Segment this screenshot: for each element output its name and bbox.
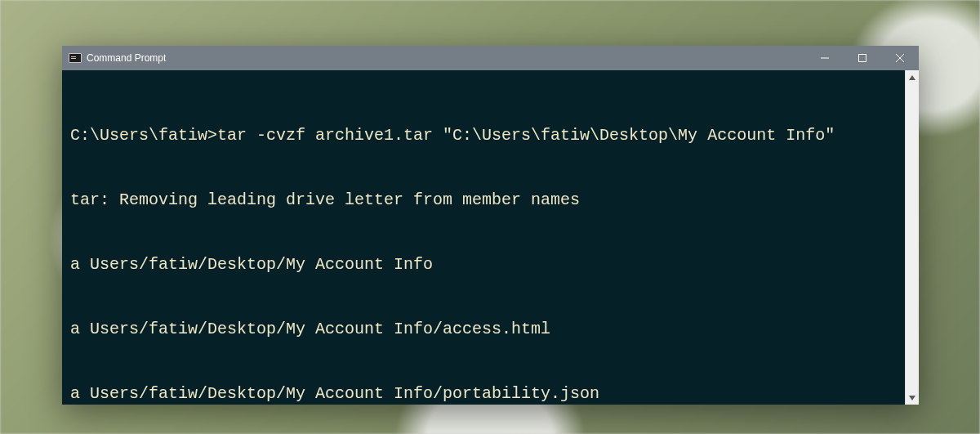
scroll-down-button[interactable] — [906, 391, 919, 405]
terminal-output[interactable]: C:\Users\fatiw>tar -cvzf archive1.tar "C… — [62, 70, 905, 405]
svg-rect-0 — [859, 55, 866, 62]
window-client-area: C:\Users\fatiw>tar -cvzf archive1.tar "C… — [62, 70, 919, 405]
close-button[interactable] — [881, 46, 919, 70]
vertical-scrollbar[interactable] — [905, 70, 919, 405]
command-prompt-window: Command Prompt C:\Users\fatiw>tar -cvzf … — [62, 46, 919, 405]
terminal-line: a Users/fatiw/Desktop/My Account Info — [70, 254, 898, 275]
titlebar[interactable]: Command Prompt — [62, 46, 919, 70]
terminal-line: a Users/fatiw/Desktop/My Account Info/ac… — [70, 319, 898, 340]
scroll-up-button[interactable] — [906, 70, 919, 84]
window-title: Command Prompt — [87, 52, 166, 64]
terminal-line: a Users/fatiw/Desktop/My Account Info/po… — [70, 383, 898, 405]
terminal-icon — [69, 53, 82, 63]
terminal-line: tar: Removing leading drive letter from … — [70, 190, 898, 211]
minimize-button[interactable] — [806, 46, 844, 70]
terminal-line: C:\Users\fatiw>tar -cvzf archive1.tar "C… — [70, 125, 898, 146]
scrollbar-track[interactable] — [906, 84, 919, 391]
maximize-button[interactable] — [844, 46, 881, 70]
